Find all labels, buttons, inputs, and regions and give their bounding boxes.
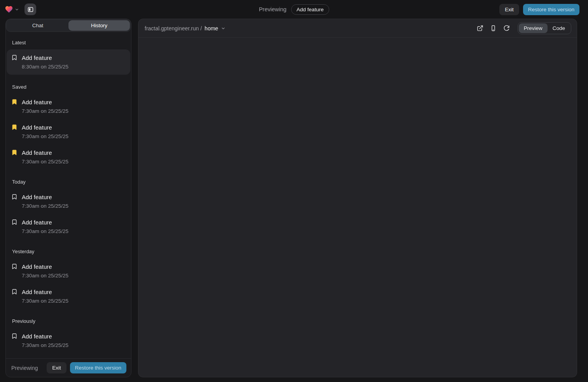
history-item-title: Add feature bbox=[22, 193, 126, 201]
history-item-title: Add feature bbox=[22, 123, 126, 131]
history-item-title: Add feature bbox=[22, 263, 126, 271]
exit-button[interactable]: Exit bbox=[47, 362, 66, 373]
tab-code[interactable]: Code bbox=[548, 23, 570, 33]
bookmark-filled-icon bbox=[11, 99, 18, 105]
bookmark-icon bbox=[11, 333, 18, 339]
device-preview-button[interactable] bbox=[488, 23, 499, 34]
sidebar-toggle-button[interactable] bbox=[24, 4, 36, 15]
history-item-title: Add feature bbox=[22, 149, 126, 157]
history-item-title: Add feature bbox=[22, 288, 126, 296]
panel-left-icon bbox=[27, 6, 34, 13]
preview-panel: fractal.gptengineer.run / home bbox=[138, 19, 577, 377]
bookmark-icon bbox=[11, 54, 18, 61]
chevron-down-icon bbox=[15, 7, 19, 12]
topbar-left-group bbox=[5, 4, 36, 15]
exit-button[interactable]: Exit bbox=[499, 4, 519, 15]
history-item-time: 7:30am on 25/25/25 bbox=[22, 202, 126, 210]
topbar-center-group: Previewing Add feature bbox=[259, 0, 329, 19]
heart-gradient-logo bbox=[5, 5, 13, 14]
history-item-title: Add feature bbox=[22, 218, 126, 226]
preview-url-domain: fractal.gptengineer.run / bbox=[145, 25, 202, 32]
history-item-time: 8:30am on 25/25/25 bbox=[22, 63, 126, 70]
history-item[interactable]: Add feature7:30am on 25/25/25 bbox=[7, 144, 130, 170]
history-item-time: 7:30am on 25/25/25 bbox=[22, 342, 126, 349]
tab-chat[interactable]: Chat bbox=[7, 20, 68, 31]
preview-url-selector[interactable]: fractal.gptengineer.run / home bbox=[145, 25, 226, 32]
history-item[interactable]: Add feature7:30am on 25/25/25 bbox=[7, 189, 130, 214]
history-list[interactable]: LatestAdd feature8:30am on 25/25/25Saved… bbox=[6, 32, 131, 358]
preview-url-page: home bbox=[205, 25, 218, 32]
history-item[interactable]: Add feature7:30am on 25/25/25 bbox=[7, 328, 130, 353]
version-name-pill: Add feature bbox=[291, 4, 329, 15]
footer-actions: Exit Restore this version bbox=[47, 362, 126, 373]
restore-version-button[interactable]: Restore this version bbox=[523, 4, 579, 15]
bookmark-filled-icon bbox=[11, 124, 18, 130]
tab-preview[interactable]: Preview bbox=[519, 23, 548, 33]
history-item-time: 7:30am on 25/25/25 bbox=[22, 228, 126, 235]
history-item[interactable]: Add feature7:30am on 25/25/25 bbox=[7, 284, 130, 309]
open-in-new-tab-button[interactable] bbox=[475, 23, 486, 34]
history-item-title: Add feature bbox=[22, 54, 126, 62]
history-item[interactable]: Add feature7:30am on 25/25/25 bbox=[7, 94, 130, 119]
history-item[interactable]: Add feature7:30am on 25/25/25 bbox=[7, 119, 130, 144]
section-label: Yesterday bbox=[7, 249, 130, 254]
preview-header: fractal.gptengineer.run / home bbox=[138, 19, 577, 38]
chevron-down-icon bbox=[221, 26, 226, 31]
refresh-button[interactable] bbox=[501, 23, 512, 34]
restore-version-button[interactable]: Restore this version bbox=[70, 362, 126, 373]
topbar-right-group: Exit Restore this version bbox=[499, 4, 579, 15]
app-logo-menu[interactable] bbox=[5, 5, 19, 14]
history-item[interactable]: Add feature7:30am on 25/25/25 bbox=[7, 353, 130, 358]
history-item-time: 7:30am on 25/25/25 bbox=[22, 158, 126, 165]
top-bar: Previewing Add feature Exit Restore this… bbox=[0, 0, 588, 19]
history-item-time: 7:30am on 25/25/25 bbox=[22, 133, 126, 140]
history-item-title: Add feature bbox=[22, 98, 126, 106]
history-item-time: 7:30am on 25/25/25 bbox=[22, 297, 126, 305]
bookmark-filled-icon bbox=[11, 149, 18, 156]
history-item-time: 7:30am on 25/25/25 bbox=[22, 107, 126, 115]
history-item-time: 7:30am on 25/25/25 bbox=[22, 272, 126, 279]
bookmark-icon bbox=[11, 289, 18, 295]
preview-viewport[interactable] bbox=[138, 38, 577, 377]
section-label: Latest bbox=[7, 40, 130, 46]
preview-header-actions: Preview Code bbox=[475, 22, 571, 34]
sidebar-tab-bar: Chat History bbox=[6, 19, 131, 32]
smartphone-icon bbox=[490, 25, 497, 32]
history-item[interactable]: Add feature7:30am on 25/25/25 bbox=[7, 214, 130, 239]
previewing-status-label: Previewing bbox=[259, 6, 287, 12]
bookmark-icon bbox=[11, 219, 18, 225]
tab-history[interactable]: History bbox=[68, 20, 130, 31]
bookmark-icon bbox=[11, 263, 18, 270]
section-label: Previously bbox=[7, 318, 130, 324]
preview-code-toggle: Preview Code bbox=[518, 22, 571, 34]
history-item-title: Add feature bbox=[22, 332, 126, 340]
refresh-icon bbox=[503, 25, 510, 32]
history-sidebar: Chat History LatestAdd feature8:30am on … bbox=[5, 19, 131, 377]
history-item[interactable]: Add feature8:30am on 25/25/25 bbox=[7, 49, 130, 75]
section-label: Saved bbox=[7, 84, 130, 90]
sidebar-footer: Previewing Exit Restore this version bbox=[6, 358, 131, 377]
previewing-status-label: Previewing bbox=[11, 365, 38, 371]
bookmark-icon bbox=[11, 194, 18, 200]
external-link-icon bbox=[477, 25, 483, 32]
history-item[interactable]: Add feature7:30am on 25/25/25 bbox=[7, 258, 130, 284]
section-label: Today bbox=[7, 179, 130, 185]
